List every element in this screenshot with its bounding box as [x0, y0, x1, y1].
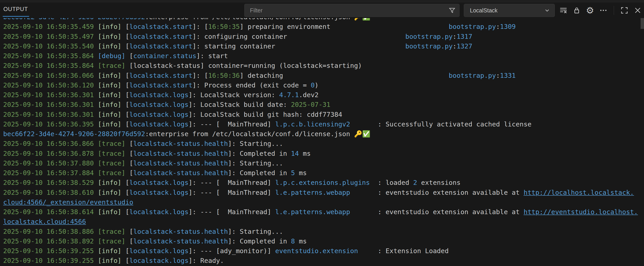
log-text: [	[122, 23, 130, 30]
log-text: bootstrap.py	[405, 42, 453, 50]
log-text: bec66f22-3d4e-4274-9206-28820f76d592	[3, 130, 145, 138]
log-text: bec66f22-3d4e-4274-9206-28820f76d592	[3, 18, 145, 21]
log-text	[94, 140, 98, 147]
log-text: localstack.logs	[130, 179, 188, 186]
close-panel-icon[interactable]	[632, 5, 643, 15]
maximize-panel-icon[interactable]	[619, 5, 630, 15]
log-text: ]: Process ended (exit code =	[192, 81, 311, 89]
log-text	[94, 237, 98, 245]
log-text: : Extension Loaded	[358, 247, 449, 255]
log-text	[94, 72, 98, 79]
active-tab-underline	[3, 16, 29, 17]
filter-icon[interactable]	[448, 7, 456, 14]
log-line: 2025-09-10 16:50:35.864 [debug] [contain…	[3, 51, 644, 61]
log-text: ]: Completed in	[228, 150, 291, 157]
log-link[interactable]: localstack.cloud:4566	[3, 218, 86, 225]
log-text: :enterprise from /etc/localstack/conf.d/…	[145, 130, 354, 138]
log-text: ]: Starting...	[228, 140, 283, 147]
filter-input[interactable]	[244, 7, 448, 14]
clear-output-icon[interactable]	[558, 5, 568, 15]
log-line: bec66f22-3d4e-4274-9206-28820f76d592:ent…	[3, 129, 644, 139]
log-text: [	[122, 179, 130, 186]
log-text: localstack-status.health	[133, 228, 228, 235]
log-text: ]: --- [ MainThread]	[188, 120, 275, 128]
log-text: [info]	[98, 23, 122, 30]
log-link[interactable]: http://localhost.localstack.	[524, 189, 634, 196]
log-text: [info]	[98, 72, 122, 79]
log-text: 16:50:35	[208, 23, 240, 30]
log-text: localstack-status.health	[133, 159, 228, 167]
scrollbar-thumb[interactable]	[640, 18, 644, 29]
output-channel-select[interactable]: LocalStack	[464, 4, 555, 17]
log-text: 2025-09-10 16:50:36.120	[3, 81, 94, 89]
log-text	[94, 91, 98, 99]
log-link[interactable]: http://eventstudio.localhost.	[524, 208, 638, 216]
log-text	[94, 81, 98, 89]
log-text: 2025-09-10 16:50:39.255	[3, 257, 94, 265]
log-text: localstack-status.health	[133, 150, 228, 157]
gear-icon[interactable]: ⚙	[585, 5, 595, 15]
log-text: ms	[295, 169, 307, 177]
log-text: ]: start	[196, 52, 228, 60]
log-text	[94, 257, 98, 265]
log-text: ]: --- [ MainThread]	[188, 208, 275, 216]
log-text: ]: --- [ MainThread]	[188, 179, 275, 186]
log-text: 2025-09-10 16:50:36.878	[3, 150, 94, 157]
log-line: 2025-09-10 16:50:37.880 [trace] [localst…	[3, 158, 644, 168]
log-text: 2025-09-10 16:50:38.892	[3, 237, 94, 245]
log-text: [	[122, 257, 130, 265]
log-text: ms	[299, 150, 311, 157]
output-panel-header: OUTPUT LocalStack	[0, 2, 644, 18]
lock-icon[interactable]	[572, 5, 582, 15]
tab-output[interactable]: OUTPUT	[4, 6, 28, 12]
log-text: localstack-status.health	[133, 237, 228, 245]
log-line: 2025-09-10 16:50:35.540 [info] [localsta…	[3, 41, 644, 51]
log-text: ms	[295, 237, 307, 245]
log-text: 14	[291, 150, 299, 157]
filter-box[interactable]	[244, 4, 460, 17]
log-text: :	[452, 42, 456, 50]
log-text: localstack.start	[130, 81, 192, 89]
log-text	[94, 23, 98, 30]
log-text: ] preparing environment	[240, 23, 330, 30]
log-text: localstack.logs	[130, 91, 188, 99]
log-text: 2025-09-10 16:50:36.395	[3, 120, 94, 128]
log-link[interactable]: cloud:4566/_extension/eventstudio	[3, 198, 133, 206]
log-text: 4.7.1	[279, 91, 299, 99]
chevron-down-icon	[544, 7, 550, 14]
log-line: 2025-09-10 16:50:35.459 [info] [localsta…	[3, 22, 644, 31]
log-text	[283, 72, 449, 79]
log-text: localstack.logs	[130, 120, 188, 128]
log-text: 2025-09-10 16:50:35.540	[3, 42, 94, 50]
log-text: [info]	[98, 101, 122, 109]
more-actions-icon[interactable]	[598, 5, 608, 15]
log-text	[94, 247, 98, 255]
log-text: [	[125, 159, 133, 167]
log-line: 2025-09-10 16:50:36.395 [info] [localsta…	[3, 120, 644, 129]
emoji-group: 🔑✅	[354, 130, 370, 138]
log-text: ]: --- [ MainThread]	[188, 189, 275, 196]
log-text: 1331	[500, 72, 516, 79]
log-text	[94, 189, 98, 196]
log-text: ]: Starting...	[228, 228, 283, 235]
log-text: 2025-09-10 16:50:35.864	[3, 52, 94, 60]
log-text: [	[125, 150, 133, 157]
log-text: : eventstudio extension available at	[350, 208, 524, 216]
log-text: localstack-status.health	[133, 169, 228, 177]
log-text: 2025-09-10 16:50:35.864	[3, 62, 94, 69]
log-text: 2025-09-10 16:50:39.255	[3, 247, 94, 255]
log-text	[330, 23, 449, 30]
log-text: container.status	[133, 52, 196, 60]
log-text: ]: [	[192, 23, 208, 30]
log-line: 2025-09-10 16:50:36.301 [info] [localsta…	[3, 110, 644, 120]
log-text: ]: [	[192, 72, 208, 79]
log-text: bootstrap.py	[449, 72, 496, 79]
check-emoji: ✅	[362, 130, 370, 138]
log-text: 16:50:36	[208, 72, 240, 79]
log-text: localstack.logs	[130, 111, 188, 118]
log-text	[94, 42, 98, 50]
log-text: 2025-09-10 16:50:36.301	[3, 91, 94, 99]
log-text: [	[122, 120, 130, 128]
log-text: [info]	[98, 91, 122, 99]
actions-separator	[614, 6, 614, 15]
